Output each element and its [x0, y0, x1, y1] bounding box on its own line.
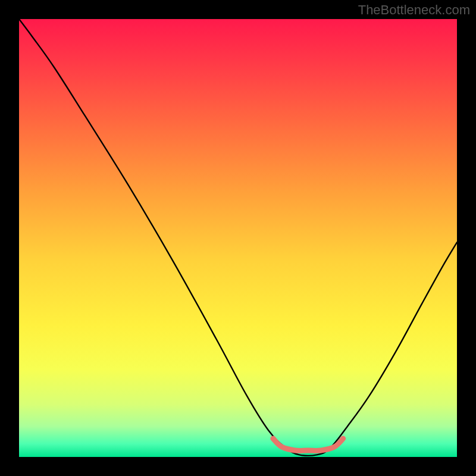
chart-container: TheBottleneck.com [0, 0, 476, 476]
watermark: TheBottleneck.com [358, 2, 470, 18]
plot-background [19, 19, 457, 457]
bottleneck-chart [0, 0, 476, 476]
